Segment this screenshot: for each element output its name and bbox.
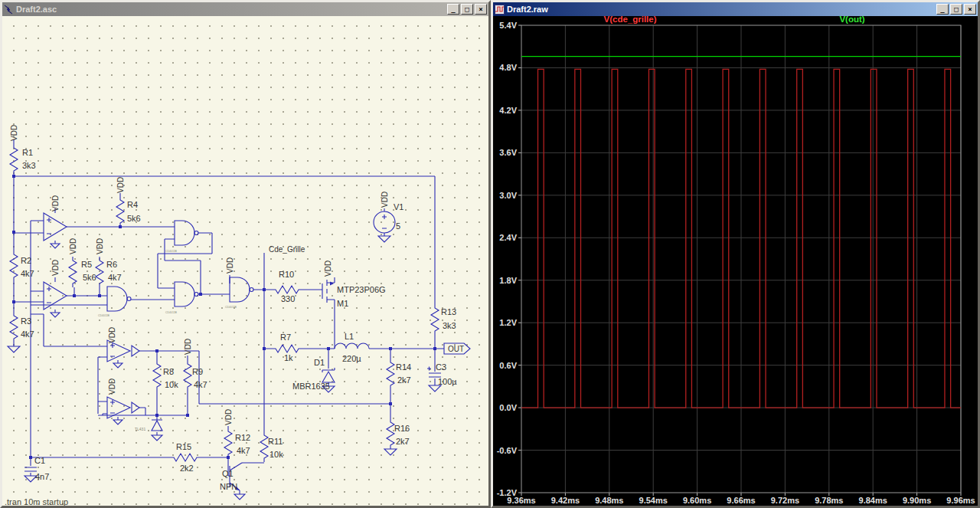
comparator-1-pins[interactable] — [47, 218, 51, 234]
resistor-R14[interactable] — [387, 359, 394, 389]
wire-node — [263, 288, 266, 291]
resistor-R16[interactable] — [387, 418, 394, 449]
ground-symbol[interactable] — [8, 346, 20, 352]
nand-2-bubble[interactable] — [194, 293, 198, 297]
x-axis-label: 9.72ms — [771, 496, 799, 505]
y-axis-label: 3.6V — [499, 148, 517, 157]
label-M1: M1 — [337, 299, 348, 308]
ground-symbol[interactable] — [378, 236, 390, 242]
value-Q1: NPN — [220, 482, 237, 491]
ground-symbol[interactable] — [429, 385, 441, 392]
comparator-2-pins[interactable] — [47, 287, 51, 303]
resistor-R15[interactable] — [170, 454, 201, 461]
resistor-R9[interactable] — [184, 360, 191, 391]
close-button[interactable]: × — [964, 4, 976, 15]
resistor-R11[interactable] — [260, 431, 268, 462]
schematic-drawing[interactable]: R13k3R24k7R34k7R45k6R55k6R64k7R810kR94k7… — [2, 16, 488, 506]
close-button[interactable]: × — [475, 4, 487, 15]
resistor-R7[interactable] — [272, 345, 302, 352]
waveform-canvas[interactable]: 5.4V4.8V4.2V3.6V3.0V2.4V1.8V1.2V0.6V0.0V… — [493, 16, 978, 506]
maximize-button[interactable]: □ — [461, 4, 473, 15]
maximize-button[interactable]: □ — [950, 4, 962, 15]
tiny-part-label: CD4011B — [98, 314, 110, 317]
ground-symbol[interactable] — [51, 313, 60, 317]
ground-symbol[interactable] — [152, 435, 162, 441]
legend-V(cde_grille)[interactable]: V(cde_grille) — [603, 16, 656, 24]
net-label-vdd: VDD — [324, 261, 332, 277]
label-V1: V1 — [394, 202, 403, 211]
ground-symbol[interactable] — [51, 244, 60, 248]
x-axis-label: 9.90ms — [903, 496, 931, 505]
window-title-waveform: Draft2.raw — [507, 5, 934, 14]
titlebar-schematic[interactable]: Draft2.asc _ □ × — [2, 2, 488, 16]
resistor-R8[interactable] — [153, 360, 161, 391]
resistor-R13[interactable] — [431, 304, 439, 335]
wire-node — [12, 231, 15, 234]
ground-symbol[interactable] — [384, 449, 397, 455]
x-axis-label: 9.78ms — [815, 496, 843, 505]
resistor-R5[interactable] — [69, 257, 77, 287]
nand-3[interactable] — [107, 287, 127, 311]
comparator-4-pins[interactable] — [110, 400, 115, 413]
waveform-plot[interactable]: 5.4V4.8V4.2V3.6V3.0V2.4V1.8V1.2V0.6V0.0V… — [493, 16, 978, 506]
net-label-vdd: VDD — [108, 327, 116, 343]
resistor-R6[interactable] — [96, 257, 103, 287]
titlebar-waveform[interactable]: Draft2.raw _ □ × — [493, 2, 978, 16]
minimize-button[interactable]: _ — [447, 4, 459, 15]
y-axis-label: 0.0V — [499, 403, 517, 412]
y-axis-label: 4.8V — [499, 63, 517, 72]
label-R16: R16 — [394, 424, 410, 433]
nand-1[interactable] — [175, 221, 194, 245]
value-L1: 220µ — [342, 354, 361, 363]
resistor-R1[interactable] — [10, 144, 18, 175]
value-R11: 10k — [270, 450, 283, 459]
nand-2[interactable] — [175, 282, 194, 306]
label-R6: R6 — [106, 260, 117, 269]
schematic-canvas[interactable]: R13k3R24k7R34k7R45k6R55k6R64k7R810kR94k7… — [2, 16, 488, 506]
nand-1-bubble[interactable] — [194, 231, 198, 235]
comparator-4-buffer[interactable] — [132, 402, 139, 413]
value-C1: 4n7 — [35, 472, 49, 481]
window-schematic[interactable]: Draft2.asc _ □ × R13k3R24k7R34k7R45k6R55… — [0, 0, 491, 508]
y-axis-label: 1.2V — [499, 318, 517, 327]
shunt-regulator-TL431[interactable] — [152, 420, 162, 431]
diode-D1[interactable] — [322, 372, 335, 382]
comparator-3-pins[interactable] — [110, 343, 115, 356]
label-R7: R7 — [280, 333, 291, 342]
resistor-R3[interactable] — [10, 312, 18, 342]
capacitor-C1[interactable] — [24, 467, 37, 471]
ground-symbol[interactable] — [234, 494, 245, 500]
legend-V(out)[interactable]: V(out) — [839, 16, 864, 24]
y-axis-label: 0.6V — [499, 361, 517, 370]
wire-node — [119, 225, 122, 228]
window-waveform[interactable]: Draft2.raw _ □ × 5.4V4.8V4.2V3.6V3.0V2.4… — [491, 0, 980, 508]
comparator-1[interactable] — [44, 213, 67, 241]
resistor-R12[interactable] — [224, 428, 232, 458]
minimize-button[interactable]: _ — [936, 4, 949, 15]
comparator-2[interactable] — [44, 282, 67, 310]
y-axis-label: 5.4V — [499, 21, 517, 30]
inductor-L1[interactable] — [335, 343, 369, 349]
resistor-R2[interactable] — [10, 251, 18, 281]
ground-symbol[interactable] — [113, 420, 122, 424]
plus-sign-C3[interactable] — [427, 367, 431, 371]
tiny-part-label: CD4011B — [165, 311, 178, 314]
wire-node — [12, 175, 15, 178]
label-R11: R11 — [268, 437, 283, 446]
wire-node — [73, 294, 76, 297]
label-D1: D1 — [314, 358, 325, 367]
vsrc-polarity-V1[interactable] — [382, 215, 387, 228]
value-R4: 5k6 — [127, 214, 141, 223]
resistor-R4[interactable] — [116, 196, 124, 227]
net-label-vdd: VDD — [10, 125, 18, 141]
wire-node — [389, 347, 392, 350]
comparator-3-buffer[interactable] — [132, 346, 139, 356]
ground-symbol[interactable] — [113, 363, 122, 368]
net-label-vdd: VDD — [116, 177, 125, 193]
nand-3-bubble[interactable] — [127, 297, 131, 301]
label-R5: R5 — [81, 260, 92, 269]
x-axis-label: 9.36ms — [507, 496, 535, 505]
nand-4[interactable] — [230, 277, 250, 302]
nand-4-bubble[interactable] — [250, 288, 253, 292]
resistor-R10[interactable] — [272, 286, 302, 293]
